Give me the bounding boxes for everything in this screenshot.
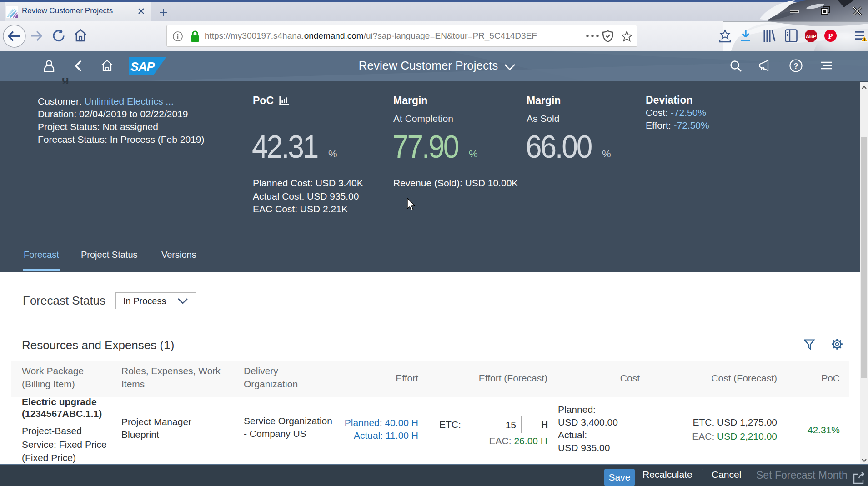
svg-text:ABP: ABP: [806, 34, 816, 39]
svg-text:P: P: [828, 32, 833, 40]
